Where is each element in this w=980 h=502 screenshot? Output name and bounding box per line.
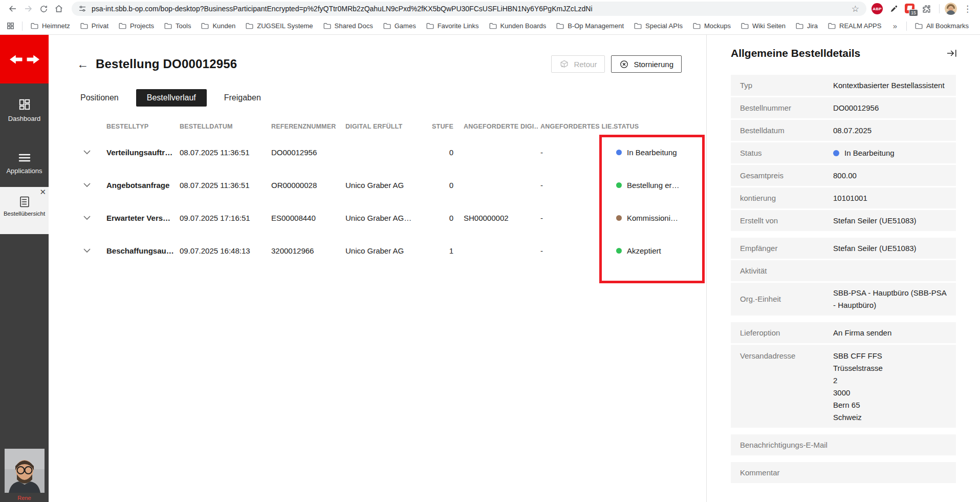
page-back-icon[interactable]: ← xyxy=(77,58,89,70)
user-photo[interactable] xyxy=(5,449,45,493)
detail-row: Lieferoption An Firma senden xyxy=(731,322,956,343)
collapse-panel-icon[interactable] xyxy=(946,48,957,60)
bookmark-item[interactable]: Projects xyxy=(114,20,159,31)
address-bar[interactable]: psa-int.sbb.b-op.com/bop-desktop?Busines… xyxy=(72,2,866,16)
detail-row: kontierung 10101001 xyxy=(731,187,956,208)
bookmarks-divider-right xyxy=(906,22,907,31)
password-manager-extension-icon[interactable]: 15 xyxy=(904,3,916,14)
folder-icon xyxy=(741,23,749,29)
detail-value: Stefan Seiler (UE51083) xyxy=(833,215,917,227)
sbb-logo[interactable] xyxy=(0,35,49,83)
chevron-down-icon[interactable] xyxy=(77,248,106,253)
folder-icon xyxy=(915,23,923,29)
detail-label: Benachrichtigungs-E-Mail xyxy=(740,439,833,451)
detail-label: Typ xyxy=(740,79,833,92)
status-cell: In Bearbeitung xyxy=(614,148,701,157)
table-row[interactable]: Angebotsanfrage 08.07.2025 11:36:51 OR00… xyxy=(77,169,701,201)
tab-freigaben[interactable]: Freigaben xyxy=(222,89,263,107)
detail-row: Org.-Einheit SBB-PSA - Hauptbüro (SBB-PS… xyxy=(731,283,956,316)
bookmark-item[interactable]: Wiki Seiten xyxy=(736,20,791,31)
bookmark-item[interactable]: Mockups xyxy=(688,20,736,31)
adblock-extension-icon[interactable]: ABP xyxy=(872,3,883,14)
bookmark-item[interactable]: Favorite Links xyxy=(421,20,484,31)
profile-avatar[interactable] xyxy=(945,3,957,15)
user-name: Rene xyxy=(0,495,49,501)
forward-icon[interactable] xyxy=(20,1,36,16)
sidebar-item-dashboard[interactable]: Dashboard xyxy=(0,98,49,122)
detail-label: Kommentar xyxy=(740,467,833,479)
detail-label: Lieferoption xyxy=(740,327,833,339)
column-header: STATUS xyxy=(614,123,701,130)
bookmark-item[interactable]: Jira xyxy=(791,20,823,31)
toolbar-divider xyxy=(939,4,940,13)
chevron-down-icon[interactable] xyxy=(77,183,106,187)
close-icon[interactable]: ✕ xyxy=(39,188,46,196)
table-row[interactable]: Beschaffungsau… 09.07.2025 16:48:13 3200… xyxy=(77,234,701,267)
folder-icon xyxy=(426,23,434,29)
bookmark-item[interactable]: REALM APPS xyxy=(823,20,886,31)
folder-icon xyxy=(164,23,172,29)
detail-value: 800.00 xyxy=(833,170,857,182)
bookmark-item[interactable]: Special APIs xyxy=(629,20,688,31)
detail-value: SBB-PSA - Hauptbüro (SBB-PSA - Hauptbüro… xyxy=(833,287,947,311)
extension-area: ABP 15 ⋮ xyxy=(872,1,975,16)
detail-label: Bestelldatum xyxy=(740,124,833,137)
detail-label: Versandadresse xyxy=(740,350,833,362)
status-label: Kommissioni… xyxy=(627,214,678,222)
chevron-down-icon[interactable] xyxy=(77,150,106,155)
detail-value: DO00012956 xyxy=(833,102,879,114)
column-header: BESTELLTYP xyxy=(106,123,180,130)
bookmark-item[interactable]: Kunden xyxy=(196,20,241,31)
return-box-icon xyxy=(559,59,569,69)
home-icon[interactable] xyxy=(51,1,67,16)
table-row[interactable]: Verteilungsauftr… 08.07.2025 11:36:51 DO… xyxy=(77,136,701,169)
browser-menu-icon[interactable]: ⋮ xyxy=(960,4,975,14)
bookmarks-bar: Heimnetz Privat Projects Tools Kunden ZU… xyxy=(0,17,980,35)
bookmark-item[interactable]: ZUGSEIL Systeme xyxy=(241,20,318,31)
chevron-down-icon[interactable] xyxy=(77,216,106,220)
detail-row: Benachrichtigungs-E-Mail xyxy=(731,434,956,455)
tab-positionen[interactable]: Positionen xyxy=(78,89,121,107)
tab-bestellverlauf[interactable]: Bestellverlauf xyxy=(136,89,207,107)
bookmark-item[interactable]: Privat xyxy=(75,20,114,31)
details-rows: Typ Kontextbasierter Bestellassistent Be… xyxy=(731,75,956,485)
folder-icon xyxy=(323,23,331,29)
table-row[interactable]: Erwarteter Vers… 09.07.2025 17:16:51 ES0… xyxy=(77,201,701,234)
bookmark-item[interactable]: Kunden Boards xyxy=(484,20,552,31)
bookmarks-overflow-icon[interactable]: » xyxy=(887,22,903,30)
sidebar-item-bestelluebersicht[interactable]: ✕ Bestellübersicht xyxy=(0,187,49,234)
detail-row: Kommentar xyxy=(731,462,956,483)
retour-button[interactable]: Retour xyxy=(551,55,605,73)
stornierung-button[interactable]: Stornierung xyxy=(611,55,682,73)
back-icon[interactable] xyxy=(5,1,20,16)
extensions-puzzle-icon[interactable] xyxy=(919,1,934,16)
detail-label: Aktivität xyxy=(740,265,833,277)
cancel-circle-icon xyxy=(619,59,629,69)
bookmarks-list: Heimnetz Privat Projects Tools Kunden ZU… xyxy=(26,20,887,31)
app-shell: Dashboard Applications ✕ Bestellübersich… xyxy=(0,35,980,502)
bookmark-item[interactable]: Shared Docs xyxy=(318,20,378,31)
detail-row: Bestelldatum 08.07.2025 xyxy=(731,120,956,141)
bookmark-item[interactable]: B-Op Management xyxy=(551,20,629,31)
detail-label: Status xyxy=(740,147,833,159)
bookmark-item[interactable]: Tools xyxy=(159,20,196,31)
apps-grid-icon[interactable] xyxy=(6,22,15,30)
column-header: BESTELLDATUM xyxy=(180,123,271,130)
eyedropper-extension-icon[interactable] xyxy=(886,1,901,16)
bookmark-item[interactable]: Heimnetz xyxy=(26,20,75,31)
folder-icon xyxy=(693,23,701,29)
page-title: Bestellung DO00012956 xyxy=(96,57,237,71)
bookmark-item[interactable]: Games xyxy=(378,20,421,31)
sidebar-item-applications[interactable]: Applications xyxy=(0,152,49,175)
site-info-icon[interactable] xyxy=(78,4,87,13)
url-text[interactable]: psa-int.sbb.b-op.com/bop-desktop?Busines… xyxy=(92,5,847,13)
detail-value: 10101001 xyxy=(833,192,867,204)
all-bookmarks-button[interactable]: All Bookmarks xyxy=(910,20,974,31)
refresh-icon[interactable] xyxy=(36,1,51,16)
column-header: STUFE xyxy=(423,123,453,130)
folder-icon xyxy=(80,23,88,29)
status-cell: Kommissioni… xyxy=(614,214,701,222)
bookmark-star-icon[interactable]: ☆ xyxy=(847,4,863,14)
details-panel-title: Allgemeine Bestelldetails xyxy=(731,47,860,59)
folder-icon xyxy=(383,23,391,29)
